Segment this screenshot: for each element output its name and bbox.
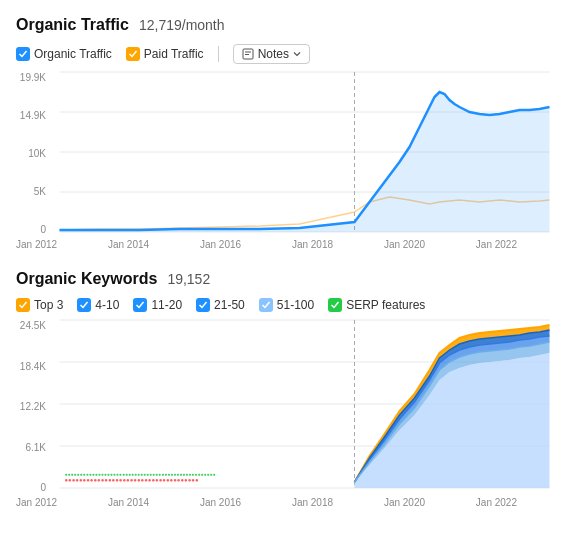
y-label-1: 5K	[34, 186, 46, 197]
y-label-4: 19.9K	[20, 72, 46, 83]
x-label-4: Jan 2020	[384, 239, 425, 250]
organic-keywords-yaxis: 24.5K 18.4K 12.2K 6.1K 0	[16, 320, 52, 493]
notes-label: Notes	[258, 47, 289, 61]
legend-item-4-10[interactable]: 4-10	[77, 298, 119, 312]
organic-label: Organic Traffic	[34, 47, 112, 61]
legend-item-serp[interactable]: SERP features	[328, 298, 425, 312]
organic-keywords-legend: Top 3 4-10 11-20 21-50 51-100	[16, 298, 557, 312]
legend-item-11-20[interactable]: 11-20	[133, 298, 182, 312]
kx-label-5: Jan 2022	[476, 497, 517, 508]
organic-keywords-chart: 24.5K 18.4K 12.2K 6.1K 0	[16, 320, 557, 508]
21-50-label: 21-50	[214, 298, 245, 312]
kx-label-2: Jan 2016	[200, 497, 241, 508]
x-label-3: Jan 2018	[292, 239, 333, 250]
organic-checkbox[interactable]	[16, 47, 30, 61]
organic-keywords-svg: ●●●●●●●●●●●●●●●●●●●●●●●●●●●●●●●●●●●●● ●●…	[52, 320, 557, 490]
organic-keywords-section: Organic Keywords 19,152 Top 3 4-10 11-20	[16, 270, 557, 508]
y-label-0: 0	[40, 224, 46, 235]
x-label-0: Jan 2012	[16, 239, 57, 250]
kx-label-1: Jan 2014	[108, 497, 149, 508]
x-label-2: Jan 2016	[200, 239, 241, 250]
svg-text:●●●●●●●●●●●●●●●●●●●●●●●●●●●●●●: ●●●●●●●●●●●●●●●●●●●●●●●●●●●●●●●●●●●●●	[65, 477, 199, 483]
top3-label: Top 3	[34, 298, 63, 312]
organic-traffic-yaxis: 19.9K 14.9K 10K 5K 0	[16, 72, 52, 235]
organic-traffic-value: 12,719/month	[139, 17, 225, 33]
legend-item-51-100[interactable]: 51-100	[259, 298, 314, 312]
top3-checkbox[interactable]	[16, 298, 30, 312]
svg-marker-19	[355, 353, 550, 488]
x-label-5: Jan 2022	[476, 239, 517, 250]
11-20-checkbox[interactable]	[133, 298, 147, 312]
kx-label-3: Jan 2018	[292, 497, 333, 508]
ky-label-3: 18.4K	[20, 361, 46, 372]
51-100-label: 51-100	[277, 298, 314, 312]
organic-traffic-svg	[52, 72, 557, 232]
organic-keywords-header: Organic Keywords 19,152	[16, 270, 557, 288]
legend-divider	[218, 46, 219, 62]
legend-item-top3[interactable]: Top 3	[16, 298, 63, 312]
serp-checkbox[interactable]	[328, 298, 342, 312]
notes-button[interactable]: Notes	[233, 44, 310, 64]
organic-traffic-chart: 19.9K 14.9K 10K 5K 0	[16, 72, 557, 250]
organic-traffic-svg-wrap	[52, 72, 557, 235]
legend-item-21-50[interactable]: 21-50	[196, 298, 245, 312]
organic-traffic-xaxis: Jan 2012 Jan 2014 Jan 2016 Jan 2018 Jan …	[16, 239, 557, 250]
y-label-2: 10K	[28, 148, 46, 159]
serp-label: SERP features	[346, 298, 425, 312]
ky-label-1: 6.1K	[25, 442, 46, 453]
x-label-1: Jan 2014	[108, 239, 149, 250]
organic-keywords-title: Organic Keywords	[16, 270, 157, 288]
organic-traffic-title: Organic Traffic	[16, 16, 129, 34]
notes-icon	[242, 48, 254, 60]
4-10-label: 4-10	[95, 298, 119, 312]
kx-label-4: Jan 2020	[384, 497, 425, 508]
organic-keywords-xaxis: Jan 2012 Jan 2014 Jan 2016 Jan 2018 Jan …	[16, 497, 557, 508]
organic-traffic-header: Organic Traffic 12,719/month	[16, 16, 557, 34]
11-20-label: 11-20	[151, 298, 182, 312]
ky-label-0: 0	[40, 482, 46, 493]
organic-traffic-section: Organic Traffic 12,719/month Organic Tra…	[16, 16, 557, 250]
kx-label-0: Jan 2012	[16, 497, 57, 508]
organic-traffic-legend: Organic Traffic Paid Traffic Notes	[16, 44, 557, 64]
4-10-checkbox[interactable]	[77, 298, 91, 312]
ky-label-2: 12.2K	[20, 401, 46, 412]
ky-label-4: 24.5K	[20, 320, 46, 331]
21-50-checkbox[interactable]	[196, 298, 210, 312]
y-label-3: 14.9K	[20, 110, 46, 121]
paid-label: Paid Traffic	[144, 47, 204, 61]
legend-item-paid[interactable]: Paid Traffic	[126, 47, 204, 61]
organic-keywords-value: 19,152	[167, 271, 210, 287]
chevron-down-icon	[293, 50, 301, 58]
51-100-checkbox[interactable]	[259, 298, 273, 312]
legend-item-organic[interactable]: Organic Traffic	[16, 47, 112, 61]
paid-checkbox[interactable]	[126, 47, 140, 61]
svg-text:●●●●●●●●●●●●●●●●●●●●●●●●●●●●●●: ●●●●●●●●●●●●●●●●●●●●●●●●●●●●●●●●●●●●●●●●…	[65, 471, 216, 477]
organic-keywords-svg-wrap: ●●●●●●●●●●●●●●●●●●●●●●●●●●●●●●●●●●●●● ●●…	[52, 320, 557, 493]
